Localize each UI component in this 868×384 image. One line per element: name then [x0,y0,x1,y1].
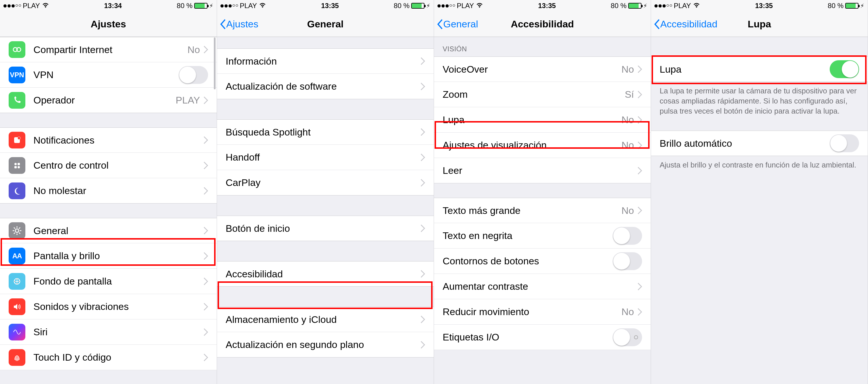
row-carrier[interactable]: Operador PLAY [0,88,217,113]
svg-rect-5 [18,163,20,165]
chevron-right-icon [421,224,425,232]
off-indicator-icon [634,335,638,339]
row-bold-text[interactable]: Texto en negrita [434,223,651,248]
row-software-update[interactable]: Actualización de software [217,74,434,99]
chevron-right-icon [204,277,208,286]
row-speech[interactable]: Leer [434,158,651,183]
row-on-off-labels[interactable]: Etiquetas I/O [434,325,651,350]
row-vpn[interactable]: VPN VPN [0,62,217,88]
row-control-center[interactable]: Centro de control [0,153,217,178]
back-button[interactable]: General [434,19,478,30]
row-carplay[interactable]: CarPlay [217,170,434,196]
row-about[interactable]: Información [217,49,434,74]
chevron-right-icon [421,270,425,278]
button-shapes-toggle[interactable] [613,252,642,270]
row-display[interactable]: AA Pantalla y brillo [0,243,217,269]
row-personal-hotspot[interactable]: Compartir Internet No [0,37,217,62]
chevron-right-icon [638,116,642,124]
chevron-right-icon [204,303,208,311]
row-voiceover[interactable]: VoiceOver No [434,57,651,82]
charging-icon: ⚡︎ [426,2,430,9]
magnifier-toggle[interactable] [830,60,859,78]
bold-text-toggle[interactable] [613,227,642,245]
row-larger-text[interactable]: Texto más grande No [434,198,651,223]
back-label: Ajustes [226,19,258,30]
row-spotlight[interactable]: Búsqueda Spotlight [217,119,434,145]
row-magnifier-toggle[interactable]: Lupa [651,57,868,82]
scrollbar[interactable] [214,37,216,89]
svg-point-7 [18,166,20,168]
svg-point-4 [14,163,17,165]
magnifier-description: La lupa te permite usar la cámara de tu … [651,82,868,119]
row-home-button[interactable]: Botón de inicio [217,216,434,241]
row-label: Búsqueda Spotlight [226,126,311,138]
row-label: CarPlay [226,177,260,188]
row-handoff[interactable]: Handoff [217,145,434,170]
svg-point-18 [16,280,18,282]
nav-bar: Ajustes [0,11,217,37]
row-accessibility[interactable]: Accesibilidad [217,261,434,287]
charging-icon: ⚡︎ [860,2,864,9]
back-button[interactable]: Ajustes [217,19,258,30]
auto-brightness-toggle[interactable] [830,134,859,152]
row-label: Lupa [660,64,682,75]
vpn-icon: VPN [9,67,25,83]
row-label: Almacenamiento y iCloud [226,314,337,325]
row-siri[interactable]: Siri [0,319,217,345]
chevron-right-icon [421,57,425,65]
row-label: Sonidos y vibraciones [33,301,129,312]
back-button[interactable]: Accesibilidad [651,19,717,30]
row-value: PLAY [176,94,200,106]
row-notifications[interactable]: Notificaciones [0,127,217,153]
on-off-labels-toggle[interactable] [613,328,642,346]
row-storage[interactable]: Almacenamiento y iCloud [217,307,434,332]
chevron-right-icon [421,153,425,161]
display-icon: AA [9,248,25,264]
row-zoom[interactable]: Zoom Sí [434,82,651,107]
auto-brightness-description: Ajusta el brillo y el contraste en funci… [651,156,868,173]
row-label: Centro de control [33,160,108,171]
chevron-right-icon [204,353,208,361]
row-touch-id[interactable]: Touch ID y código [0,345,217,370]
row-label: Compartir Internet [33,44,113,55]
row-display-accommodations[interactable]: Ajustes de visualización No [434,132,651,158]
wifi-icon [259,2,266,9]
row-wallpaper[interactable]: Fondo de pantalla [0,269,217,294]
row-magnifier[interactable]: Lupa No [434,107,651,132]
hotspot-icon [9,41,25,58]
row-increase-contrast[interactable]: Aumentar contraste [434,274,651,299]
battery-percent: 80 % [828,2,843,10]
chevron-right-icon [421,341,425,349]
row-label: Texto en negrita [443,230,513,241]
row-button-shapes[interactable]: Contornos de botones [434,248,651,274]
wifi-icon [693,2,700,9]
chevron-right-icon [204,227,208,235]
battery-icon [411,3,425,9]
row-value: No [188,44,200,55]
row-auto-brightness[interactable]: Brillo automático [651,130,868,156]
row-value: No [622,205,634,216]
row-reduce-motion[interactable]: Reducir movimiento No [434,299,651,325]
row-general[interactable]: General [0,218,217,243]
row-dnd[interactable]: No molestar [0,178,217,204]
row-label: Handoff [226,152,260,163]
row-label: Texto más grande [443,205,521,216]
notifications-icon [9,132,25,148]
row-background-refresh[interactable]: Actualización en segundo plano [217,332,434,357]
status-time: 13:35 [538,2,556,10]
row-sounds[interactable]: Sonidos y vibraciones [0,294,217,319]
signal-strength-icon [437,4,455,7]
wifi-icon [42,2,49,9]
page-title: Ajustes [0,19,217,30]
phone-icon [9,92,25,109]
row-label: Contornos de botones [443,256,539,267]
chevron-right-icon [204,136,208,144]
chevron-right-icon [638,141,642,149]
carrier-label: PLAY [674,2,691,10]
carrier-label: PLAY [457,2,474,10]
chevron-right-icon [204,46,208,54]
magnifier-pane: PLAY 13:35 80 % ⚡︎ Accesibilidad Lupa Lu… [651,0,868,384]
chevron-right-icon [204,187,208,195]
vpn-toggle[interactable] [179,66,208,84]
chevron-right-icon [204,328,208,336]
